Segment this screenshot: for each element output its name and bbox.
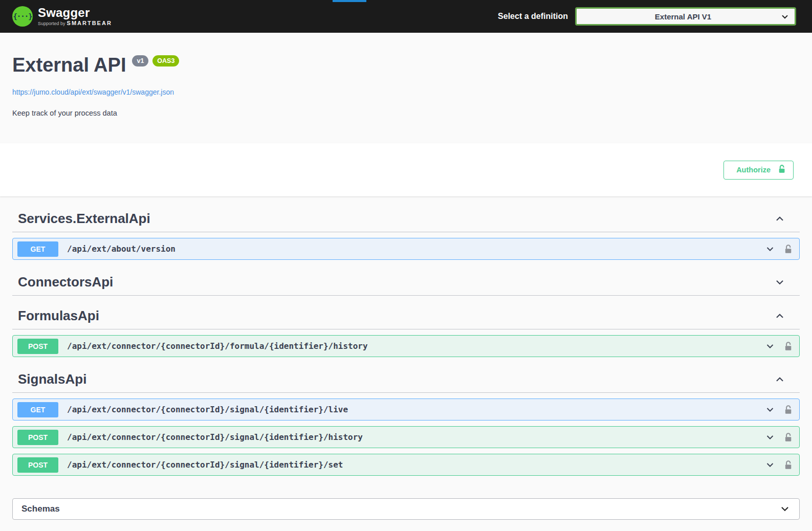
page-title: External API <box>12 54 126 76</box>
tagline-prefix: Supported by <box>38 21 65 26</box>
chevron-down-icon <box>780 12 789 24</box>
lock-unlocked-icon[interactable] <box>784 405 793 415</box>
definition-selector-group: Select a definition External API V1 <box>498 7 796 26</box>
lock-unlocked-icon[interactable] <box>784 341 793 351</box>
api-info-section: External API v1 OAS3 https://jumo.cloud/… <box>0 33 812 143</box>
section-header-connectorsapi[interactable]: ConnectorsApi <box>12 269 800 296</box>
operation-row[interactable]: GET /api/ext/about/version <box>12 238 800 260</box>
section-header-signalsapi[interactable]: SignalsApi <box>12 366 800 393</box>
operation-row[interactable]: POST /api/ext/connector/{connectorId}/fo… <box>12 335 800 357</box>
operation-path[interactable]: /api/ext/connector/{connectorId}/signal/… <box>67 432 765 442</box>
operation-row[interactable]: POST /api/ext/connector/{connectorId}/si… <box>12 426 800 448</box>
section-title: ConnectorsApi <box>18 274 113 290</box>
swagger-logo[interactable]: {···} Swagger Supported bySMARTBEAR <box>12 6 112 27</box>
definition-select[interactable]: External API V1 <box>575 7 796 26</box>
operation-path[interactable]: /api/ext/connector/{connectorId}/signal/… <box>67 405 765 414</box>
unlock-icon <box>778 164 786 175</box>
swagger-logo-text: Swagger <box>38 7 112 19</box>
oas3-badge: OAS3 <box>152 55 179 67</box>
loading-indicator-bar <box>333 0 366 2</box>
chevron-down-icon[interactable] <box>765 244 775 254</box>
smartbear-tagline: Supported bySMARTBEAR <box>38 20 112 26</box>
section-header-formulasapi[interactable]: FormulasApi <box>12 303 800 329</box>
schemas-section[interactable]: Schemas <box>12 498 800 520</box>
method-badge-post[interactable]: POST <box>17 339 58 354</box>
version-badge: v1 <box>132 55 148 67</box>
method-badge-get[interactable]: GET <box>17 241 58 257</box>
section-header-services-externalapi[interactable]: Services.ExternalApi <box>12 206 800 232</box>
definition-select-value: External API V1 <box>577 12 795 21</box>
api-title-row: External API v1 OAS3 <box>12 54 800 76</box>
spec-url-link[interactable]: https://jumo.cloud/api/ext/swagger/v1/sw… <box>12 88 174 96</box>
chevron-down-icon[interactable] <box>774 277 785 288</box>
method-badge-post[interactable]: POST <box>17 457 58 473</box>
operation-path[interactable]: /api/ext/about/version <box>67 244 765 254</box>
tagline-brand: SMARTBEAR <box>67 20 112 26</box>
method-badge-get[interactable]: GET <box>17 402 58 417</box>
authorize-button[interactable]: Authorize <box>723 161 794 180</box>
select-definition-label: Select a definition <box>498 12 568 21</box>
section-title: SignalsApi <box>18 371 86 387</box>
operation-row[interactable]: POST /api/ext/connector/{connectorId}/si… <box>12 454 800 476</box>
operation-path[interactable]: /api/ext/connector/{connectorId}/signal/… <box>67 460 765 470</box>
operation-row[interactable]: GET /api/ext/connector/{connectorId}/sig… <box>12 399 800 421</box>
section-title: FormulasApi <box>18 308 99 324</box>
lock-unlocked-icon[interactable] <box>784 460 793 470</box>
operation-path[interactable]: /api/ext/connector/{connectorId}/formula… <box>67 341 765 351</box>
lock-unlocked-icon[interactable] <box>784 432 793 442</box>
topbar: {···} Swagger Supported bySMARTBEAR Sele… <box>0 0 812 33</box>
chevron-down-icon[interactable] <box>779 503 791 515</box>
lock-unlocked-icon[interactable] <box>784 244 793 254</box>
schemas-title: Schemas <box>21 504 60 514</box>
chevron-up-icon[interactable] <box>774 213 785 225</box>
chevron-down-icon[interactable] <box>765 432 775 442</box>
operations-container: Services.ExternalApi GET /api/ext/about/… <box>0 196 812 476</box>
authorize-button-label: Authorize <box>736 166 771 174</box>
chevron-down-icon[interactable] <box>765 405 775 415</box>
chevron-up-icon[interactable] <box>774 311 785 322</box>
method-badge-post[interactable]: POST <box>17 430 58 445</box>
swagger-logo-icon: {···} <box>12 6 33 27</box>
chevron-up-icon[interactable] <box>774 374 785 385</box>
section-title: Services.ExternalApi <box>18 211 150 227</box>
chevron-down-icon[interactable] <box>765 341 775 351</box>
scheme-container: Authorize <box>0 143 812 196</box>
api-description: Keep track of your process data <box>12 109 800 117</box>
chevron-down-icon[interactable] <box>765 460 775 470</box>
api-badges: v1 OAS3 <box>132 55 179 67</box>
